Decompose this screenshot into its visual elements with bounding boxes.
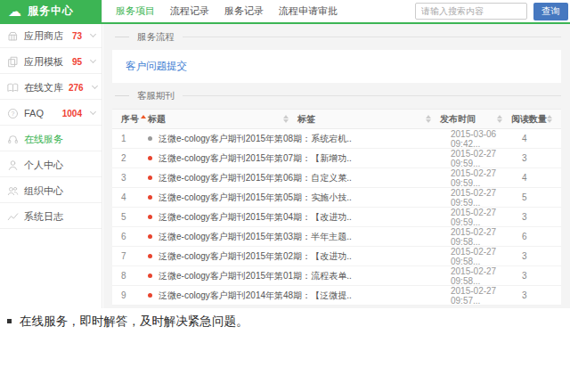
status-dot-icon bbox=[148, 274, 152, 278]
template-icon bbox=[7, 56, 19, 68]
journal-title[interactable]: 泛微e-cology客户期刊2015年第04期：【改进功.. bbox=[159, 211, 352, 224]
table-row[interactable]: 5 泛微e-cology客户期刊2015年第04期：【改进功.. 2015-02… bbox=[112, 208, 561, 227]
journal-title[interactable]: 泛微e-cology客户期刊2015年第06期：自定义菜.. bbox=[159, 172, 352, 184]
journal-title[interactable]: 泛微e-cology客户期刊2014年第48期：【泛微提.. bbox=[159, 290, 352, 302]
search-input[interactable] bbox=[415, 3, 527, 20]
table-row[interactable]: 2 泛微e-cology客户期刊2015年第07期：【新增功.. 2015-02… bbox=[112, 149, 561, 168]
publish-time: 2015-03-06 09:42... bbox=[451, 129, 522, 149]
caption: 在线服务，即时解答，及时解决紧急问题。 bbox=[7, 314, 248, 330]
page: ☁ 服务中心 应用商店 73 应用模板 95 在线文库 276 ? FAQ 10… bbox=[0, 0, 570, 392]
journal-title[interactable]: 泛微e-cology客户期刊2015年第03期：半年主题.. bbox=[159, 231, 352, 243]
sidebar-item-系统日志[interactable]: 系统日志 bbox=[0, 205, 102, 229]
read-count: 6 bbox=[522, 232, 561, 241]
read-count: 3 bbox=[522, 271, 561, 281]
count-badge: 276 bbox=[69, 83, 84, 93]
customer-issue-link[interactable]: 客户问题提交 bbox=[126, 60, 187, 73]
nav-tabs: 服务项目流程记录服务记录流程申请审批 bbox=[102, 4, 338, 18]
main-content: 服务流程 客户问题提交 客服期刊 序号标题标签发布时间阅读数量 1 泛微e-co… bbox=[103, 24, 570, 308]
publish-time: 2015-02-27 09:59... bbox=[451, 208, 522, 227]
column-header-序号[interactable]: 序号 bbox=[112, 113, 148, 126]
section-title: 客服期刊 bbox=[137, 90, 175, 102]
row-number: 6 bbox=[112, 232, 148, 241]
table-row[interactable]: 7 泛微e-cology客户期刊2015年第02期：【改进功.. 2015-02… bbox=[112, 247, 561, 266]
sidebar-item-label: 组织中心 bbox=[24, 184, 63, 198]
column-header-发布时间[interactable]: 发布时间 bbox=[440, 113, 511, 126]
search-button[interactable]: 查询 bbox=[533, 3, 568, 20]
read-count: 3 bbox=[522, 251, 561, 261]
table-row[interactable]: 8 泛微e-cology客户期刊2015年第01期：流程表单.. 2015-02… bbox=[112, 266, 561, 286]
column-header-标题[interactable]: 标题 bbox=[148, 113, 297, 126]
caption-text: 在线服务，即时解答，及时解决紧急问题。 bbox=[20, 314, 248, 330]
table-row[interactable]: 3 泛微e-cology客户期刊2015年第06期：自定义菜.. 2015-02… bbox=[112, 168, 561, 188]
tab-服务记录[interactable]: 服务记录 bbox=[224, 4, 264, 18]
sort-icons[interactable] bbox=[497, 115, 502, 123]
sidebar-item-label: 系统日志 bbox=[24, 210, 63, 224]
column-header-阅读数量[interactable]: 阅读数量 bbox=[511, 113, 561, 126]
chevron-down-icon bbox=[92, 83, 98, 89]
row-number: 4 bbox=[112, 192, 148, 202]
sidebar-item-在线服务[interactable]: 在线服务 bbox=[0, 127, 102, 151]
tab-流程申请审批[interactable]: 流程申请审批 bbox=[279, 4, 338, 18]
cloud-icon: ☁ bbox=[8, 4, 21, 18]
publish-time: 2015-02-27 09:58... bbox=[451, 247, 522, 266]
table-row[interactable]: 9 泛微e-cology客户期刊2014年第48期：【泛微提.. 2015-02… bbox=[112, 286, 561, 306]
journal-title[interactable]: 泛微e-cology客户期刊2015年第05期：实施小技.. bbox=[159, 192, 352, 204]
column-header-标签[interactable]: 标签 bbox=[297, 113, 440, 126]
status-dot-icon bbox=[148, 136, 152, 141]
sidebar-item-组织中心[interactable]: 组织中心 bbox=[0, 179, 102, 203]
publish-time: 2015-02-27 09:59... bbox=[451, 168, 522, 188]
user-icon bbox=[7, 159, 19, 171]
read-count: 4 bbox=[522, 173, 561, 183]
journal-title[interactable]: 泛微e-cology客户期刊2015年第08期：系统宕机.. bbox=[159, 133, 352, 145]
status-dot-icon bbox=[148, 234, 152, 239]
bullet-icon bbox=[7, 319, 12, 323]
journal-title[interactable]: 泛微e-cology客户期刊2015年第01期：流程表单.. bbox=[159, 270, 352, 282]
status-dot-icon bbox=[148, 215, 152, 219]
search-area: 查询 bbox=[415, 3, 570, 20]
table-row[interactable]: 1 泛微e-cology客户期刊2015年第08期：系统宕机.. 2015-03… bbox=[112, 129, 561, 149]
sidebar-item-faq[interactable]: ? FAQ 1004 bbox=[0, 102, 102, 126]
sort-ascending-icon bbox=[141, 115, 146, 118]
row-number: 3 bbox=[112, 173, 148, 183]
sidebar-item-应用商店[interactable]: 应用商店 73 bbox=[0, 24, 102, 48]
table-row[interactable]: 6 泛微e-cology客户期刊2015年第03期：半年主题.. 2015-02… bbox=[112, 227, 561, 247]
publish-time: 2015-02-27 09:59... bbox=[451, 188, 522, 208]
chevron-down-icon bbox=[90, 31, 96, 37]
sort-icons[interactable] bbox=[547, 115, 552, 123]
tab-服务项目[interactable]: 服务项目 bbox=[116, 4, 155, 18]
sidebar-item-个人中心[interactable]: 个人中心 bbox=[0, 153, 102, 177]
chevron-down-icon bbox=[90, 109, 96, 115]
sort-icons[interactable] bbox=[283, 115, 289, 123]
row-number: 9 bbox=[112, 290, 148, 300]
tab-流程记录[interactable]: 流程记录 bbox=[170, 4, 209, 18]
sidebar-item-label: 应用模板 bbox=[24, 55, 63, 69]
status-dot-icon bbox=[148, 195, 152, 200]
sidebar-item-label: 个人中心 bbox=[24, 159, 63, 172]
app-title: 服务中心 bbox=[28, 4, 74, 19]
section-header-journal: 客服期刊 bbox=[112, 83, 561, 109]
journal-title[interactable]: 泛微e-cology客户期刊2015年第07期：【新增功.. bbox=[159, 152, 352, 165]
sidebar-item-应用模板[interactable]: 应用模板 95 bbox=[0, 50, 102, 74]
journal-title[interactable]: 泛微e-cology客户期刊2015年第02期：【改进功.. bbox=[159, 250, 352, 263]
status-dot-icon bbox=[148, 156, 152, 160]
sidebar-item-在线文库[interactable]: 在线文库 276 bbox=[0, 76, 102, 100]
table-header: 序号标题标签发布时间阅读数量 bbox=[112, 109, 561, 129]
sidebar: ☁ 服务中心 应用商店 73 应用模板 95 在线文库 276 ? FAQ 10… bbox=[0, 0, 102, 308]
nav-underline bbox=[0, 22, 570, 24]
row-number: 2 bbox=[112, 153, 148, 163]
journal-table: 序号标题标签发布时间阅读数量 1 泛微e-cology客户期刊2015年第08期… bbox=[112, 109, 561, 306]
table-row[interactable]: 4 泛微e-cology客户期刊2015年第05期：实施小技.. 2015-02… bbox=[112, 188, 561, 208]
publish-time: 2015-02-27 09:59... bbox=[451, 149, 522, 168]
count-badge: 95 bbox=[72, 57, 82, 67]
chevron-down-icon bbox=[90, 57, 96, 63]
log-icon bbox=[7, 211, 19, 223]
row-number: 1 bbox=[112, 134, 148, 143]
count-badge: 1004 bbox=[62, 109, 82, 118]
service-center-app: ☁ 服务中心 应用商店 73 应用模板 95 在线文库 276 ? FAQ 10… bbox=[0, 0, 570, 308]
sidebar-item-label: FAQ bbox=[24, 108, 44, 118]
top-nav: 服务项目流程记录服务记录流程申请审批 查询 bbox=[102, 0, 570, 22]
row-number: 7 bbox=[112, 251, 148, 261]
sort-icons[interactable] bbox=[426, 115, 431, 123]
svg-text:?: ? bbox=[12, 110, 15, 116]
table-body: 1 泛微e-cology客户期刊2015年第08期：系统宕机.. 2015-03… bbox=[112, 129, 561, 306]
